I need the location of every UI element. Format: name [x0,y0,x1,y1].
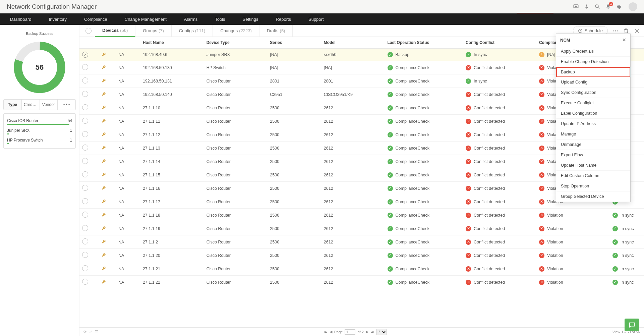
credentials-icon[interactable] [102,253,106,257]
credentials-icon[interactable] [102,159,106,163]
row-checkbox[interactable] [82,64,88,70]
context-menu-item-sync-configuration[interactable]: Sync Configuration [556,88,630,98]
nav-item-alarms[interactable]: Alarms [175,13,206,25]
context-menu-item-unmanage[interactable]: Unmanage [556,139,630,150]
row-checkbox[interactable] [82,77,88,83]
search-icon[interactable] [594,4,600,10]
expand-icon[interactable]: ⤢ [89,330,92,334]
page-size-select[interactable]: 50 [376,329,387,335]
sidebar-tab-2[interactable]: Vendor [40,100,58,110]
credentials-icon[interactable] [102,185,106,190]
row-checkbox[interactable] [82,52,88,58]
row-checkbox[interactable] [82,118,88,124]
refresh-icon[interactable]: ⟳ [83,330,86,334]
row-checkbox[interactable] [82,212,88,218]
credentials-icon[interactable] [102,78,106,83]
device-type-row[interactable]: HP Procurve Switch1 [7,136,72,143]
column-header[interactable]: Model [321,37,385,49]
page-input[interactable] [345,329,355,335]
row-checkbox[interactable] [82,104,88,110]
sidebar-tab-1[interactable]: Credent... [22,100,40,110]
nav-item-support[interactable]: Support [300,13,333,25]
context-menu-item-backup[interactable]: Backup [556,67,630,77]
nav-item-tools[interactable]: Tools [206,13,234,25]
table-row[interactable]: NA 27.1.1.19 Cisco Router 2500 2612 ✓Com… [79,222,644,235]
row-checkbox[interactable] [82,225,88,231]
trash-icon[interactable] [623,28,629,34]
tab-devices[interactable]: Devices (56) [95,25,135,37]
table-row[interactable]: NA 27.1.1.2 Cisco Router 2500 2612 ✓Comp… [79,235,644,249]
credentials-icon[interactable] [102,226,106,230]
page-next-icon[interactable]: ▶ [366,330,368,334]
bell-icon[interactable]: 4 [605,4,611,10]
column-header[interactable]: Last Operation Status [385,37,463,49]
user-avatar[interactable] [629,2,637,11]
context-menu-item-enable-change-detection[interactable]: Enable Change Detection [556,57,630,67]
column-header[interactable]: Series [267,37,321,49]
chat-fab[interactable] [625,319,639,331]
row-checkbox[interactable] [82,145,88,151]
gear-icon[interactable] [616,4,622,10]
context-menu-item-export-flow[interactable]: Export Flow [556,150,630,160]
row-checkbox[interactable] [82,185,88,191]
credentials-icon[interactable] [102,172,106,177]
credentials-icon[interactable] [102,212,106,217]
sidebar-tab-0[interactable]: Type [4,100,22,110]
tab-drafts[interactable]: Drafts (5) [259,25,293,37]
context-menu-item-upload-config[interactable]: Upload Config [556,77,630,88]
more-icon[interactable] [612,28,619,34]
row-checkbox[interactable] [82,252,88,258]
tab-groups[interactable]: Groups (7) [135,25,172,37]
nav-item-dashboard[interactable]: Dashboard [7,13,40,25]
select-all-checkbox[interactable] [85,28,92,34]
nav-item-compliance[interactable]: Compliance [75,13,116,25]
context-menu-item-execute-configlet[interactable]: Execute Configlet [556,98,630,108]
credentials-icon[interactable] [102,52,106,57]
sidebar-tab-3[interactable]: • • • [58,100,75,110]
credentials-icon[interactable] [102,118,106,123]
table-row[interactable]: NA 27.1.1.21 Cisco Router 2500 2612 ✓Com… [79,262,644,276]
nav-item-inventory[interactable]: Inventory [40,13,75,25]
column-header[interactable]: Host Name [140,37,204,49]
credentials-icon[interactable] [102,239,106,244]
table-row[interactable]: NA 27.1.1.20 Cisco Router 2500 2612 ✓Com… [79,249,644,262]
nav-item-change-management[interactable]: Change Management [116,13,175,25]
context-menu-item-update-host-name[interactable]: Update Host Name [556,160,630,171]
device-type-row[interactable]: Juniper SRX1 [7,126,72,133]
rocket-icon[interactable] [584,4,590,10]
row-checkbox[interactable] [82,91,88,97]
credentials-icon[interactable] [102,92,106,96]
column-header[interactable] [116,37,140,49]
row-checkbox[interactable] [82,279,88,285]
table-row[interactable]: NA 27.1.1.22 Cisco Router 2500 2612 ✓Com… [79,276,644,289]
context-menu-item-stop-operation[interactable]: Stop Operation [556,181,630,191]
row-checkbox[interactable] [82,198,88,204]
nav-item-settings[interactable]: Settings [234,13,267,25]
page-first-icon[interactable]: ⏮ [324,330,328,334]
context-menu-item-apply-credentials[interactable]: Apply Credentials [556,46,630,57]
tab-changes[interactable]: Changes (2223) [213,25,259,37]
collapse-icon[interactable]: ☰ [95,330,98,334]
context-menu-item-edit-custom-column[interactable]: Edit Custom Column [556,171,630,181]
credentials-icon[interactable] [102,132,106,136]
context-menu-item-group-selected-device[interactable]: Group Selected Device [556,191,630,202]
context-menu-close[interactable]: ✕ [622,37,626,43]
context-menu-item-label-configuration[interactable]: Label Configuration [556,108,630,119]
context-menu-item-manage[interactable]: Manage [556,129,630,139]
column-header[interactable]: Config Conflict [463,37,536,49]
context-menu-item-update-ip-address[interactable]: Update IP Address [556,119,630,129]
tab-configs[interactable]: Configs (111) [172,25,213,37]
page-last-icon[interactable]: ⏭ [370,330,374,334]
close-icon[interactable] [634,28,640,34]
device-type-row[interactable]: Cisco IOS Router54 [7,116,72,124]
credentials-icon[interactable] [102,266,106,271]
presentation-icon[interactable] [573,4,579,10]
credentials-icon[interactable] [102,145,106,150]
row-checkbox[interactable] [82,171,88,177]
credentials-icon[interactable] [102,199,106,204]
column-header[interactable] [99,37,116,49]
credentials-icon[interactable] [102,65,106,69]
credentials-icon[interactable] [102,105,106,110]
row-checkbox[interactable] [82,131,88,137]
page-prev-icon[interactable]: ◀ [330,330,332,334]
